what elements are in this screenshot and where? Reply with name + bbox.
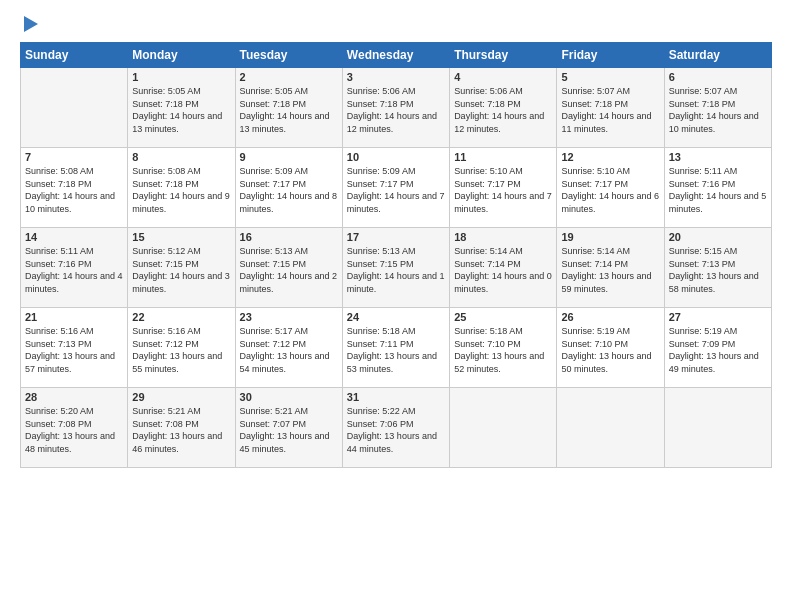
day-number: 6	[669, 71, 767, 83]
day-number: 31	[347, 391, 445, 403]
day-info: Sunrise: 5:07 AMSunset: 7:18 PMDaylight:…	[561, 85, 659, 135]
day-info: Sunrise: 5:22 AMSunset: 7:06 PMDaylight:…	[347, 405, 445, 455]
week-row-1: 1Sunrise: 5:05 AMSunset: 7:18 PMDaylight…	[21, 68, 772, 148]
day-cell: 12Sunrise: 5:10 AMSunset: 7:17 PMDayligh…	[557, 148, 664, 228]
day-cell: 3Sunrise: 5:06 AMSunset: 7:18 PMDaylight…	[342, 68, 449, 148]
day-cell: 22Sunrise: 5:16 AMSunset: 7:12 PMDayligh…	[128, 308, 235, 388]
day-info: Sunrise: 5:10 AMSunset: 7:17 PMDaylight:…	[454, 165, 552, 215]
day-number: 14	[25, 231, 123, 243]
day-number: 23	[240, 311, 338, 323]
day-cell: 27Sunrise: 5:19 AMSunset: 7:09 PMDayligh…	[664, 308, 771, 388]
day-number: 19	[561, 231, 659, 243]
day-number: 11	[454, 151, 552, 163]
day-cell: 28Sunrise: 5:20 AMSunset: 7:08 PMDayligh…	[21, 388, 128, 468]
day-cell: 19Sunrise: 5:14 AMSunset: 7:14 PMDayligh…	[557, 228, 664, 308]
day-number: 30	[240, 391, 338, 403]
day-number: 25	[454, 311, 552, 323]
day-number: 12	[561, 151, 659, 163]
week-row-5: 28Sunrise: 5:20 AMSunset: 7:08 PMDayligh…	[21, 388, 772, 468]
day-cell: 16Sunrise: 5:13 AMSunset: 7:15 PMDayligh…	[235, 228, 342, 308]
day-number: 3	[347, 71, 445, 83]
day-info: Sunrise: 5:12 AMSunset: 7:15 PMDaylight:…	[132, 245, 230, 295]
day-cell: 13Sunrise: 5:11 AMSunset: 7:16 PMDayligh…	[664, 148, 771, 228]
day-number: 1	[132, 71, 230, 83]
day-cell: 15Sunrise: 5:12 AMSunset: 7:15 PMDayligh…	[128, 228, 235, 308]
day-cell: 20Sunrise: 5:15 AMSunset: 7:13 PMDayligh…	[664, 228, 771, 308]
day-number: 16	[240, 231, 338, 243]
weekday-tuesday: Tuesday	[235, 43, 342, 68]
day-cell: 2Sunrise: 5:05 AMSunset: 7:18 PMDaylight…	[235, 68, 342, 148]
day-number: 21	[25, 311, 123, 323]
day-cell: 14Sunrise: 5:11 AMSunset: 7:16 PMDayligh…	[21, 228, 128, 308]
day-number: 10	[347, 151, 445, 163]
day-number: 20	[669, 231, 767, 243]
day-cell	[21, 68, 128, 148]
day-info: Sunrise: 5:05 AMSunset: 7:18 PMDaylight:…	[240, 85, 338, 135]
day-info: Sunrise: 5:11 AMSunset: 7:16 PMDaylight:…	[25, 245, 123, 295]
day-cell: 1Sunrise: 5:05 AMSunset: 7:18 PMDaylight…	[128, 68, 235, 148]
day-info: Sunrise: 5:16 AMSunset: 7:13 PMDaylight:…	[25, 325, 123, 375]
header	[20, 16, 772, 32]
weekday-wednesday: Wednesday	[342, 43, 449, 68]
day-number: 22	[132, 311, 230, 323]
day-number: 29	[132, 391, 230, 403]
weekday-header-row: SundayMondayTuesdayWednesdayThursdayFrid…	[21, 43, 772, 68]
day-cell: 5Sunrise: 5:07 AMSunset: 7:18 PMDaylight…	[557, 68, 664, 148]
day-info: Sunrise: 5:14 AMSunset: 7:14 PMDaylight:…	[561, 245, 659, 295]
day-info: Sunrise: 5:06 AMSunset: 7:18 PMDaylight:…	[454, 85, 552, 135]
weekday-sunday: Sunday	[21, 43, 128, 68]
day-info: Sunrise: 5:13 AMSunset: 7:15 PMDaylight:…	[240, 245, 338, 295]
day-info: Sunrise: 5:16 AMSunset: 7:12 PMDaylight:…	[132, 325, 230, 375]
day-info: Sunrise: 5:18 AMSunset: 7:10 PMDaylight:…	[454, 325, 552, 375]
week-row-4: 21Sunrise: 5:16 AMSunset: 7:13 PMDayligh…	[21, 308, 772, 388]
day-cell: 29Sunrise: 5:21 AMSunset: 7:08 PMDayligh…	[128, 388, 235, 468]
day-info: Sunrise: 5:19 AMSunset: 7:09 PMDaylight:…	[669, 325, 767, 375]
day-cell: 26Sunrise: 5:19 AMSunset: 7:10 PMDayligh…	[557, 308, 664, 388]
day-info: Sunrise: 5:07 AMSunset: 7:18 PMDaylight:…	[669, 85, 767, 135]
day-info: Sunrise: 5:10 AMSunset: 7:17 PMDaylight:…	[561, 165, 659, 215]
weekday-friday: Friday	[557, 43, 664, 68]
day-info: Sunrise: 5:15 AMSunset: 7:13 PMDaylight:…	[669, 245, 767, 295]
day-info: Sunrise: 5:08 AMSunset: 7:18 PMDaylight:…	[132, 165, 230, 215]
day-info: Sunrise: 5:21 AMSunset: 7:08 PMDaylight:…	[132, 405, 230, 455]
day-cell: 21Sunrise: 5:16 AMSunset: 7:13 PMDayligh…	[21, 308, 128, 388]
week-row-2: 7Sunrise: 5:08 AMSunset: 7:18 PMDaylight…	[21, 148, 772, 228]
day-number: 24	[347, 311, 445, 323]
day-number: 15	[132, 231, 230, 243]
day-number: 28	[25, 391, 123, 403]
day-number: 8	[132, 151, 230, 163]
day-info: Sunrise: 5:05 AMSunset: 7:18 PMDaylight:…	[132, 85, 230, 135]
day-number: 13	[669, 151, 767, 163]
day-cell: 7Sunrise: 5:08 AMSunset: 7:18 PMDaylight…	[21, 148, 128, 228]
day-info: Sunrise: 5:08 AMSunset: 7:18 PMDaylight:…	[25, 165, 123, 215]
day-cell	[450, 388, 557, 468]
day-cell: 6Sunrise: 5:07 AMSunset: 7:18 PMDaylight…	[664, 68, 771, 148]
day-cell	[557, 388, 664, 468]
day-cell: 4Sunrise: 5:06 AMSunset: 7:18 PMDaylight…	[450, 68, 557, 148]
day-number: 18	[454, 231, 552, 243]
day-info: Sunrise: 5:13 AMSunset: 7:15 PMDaylight:…	[347, 245, 445, 295]
day-info: Sunrise: 5:09 AMSunset: 7:17 PMDaylight:…	[240, 165, 338, 215]
day-number: 4	[454, 71, 552, 83]
day-cell: 31Sunrise: 5:22 AMSunset: 7:06 PMDayligh…	[342, 388, 449, 468]
day-info: Sunrise: 5:11 AMSunset: 7:16 PMDaylight:…	[669, 165, 767, 215]
page: SundayMondayTuesdayWednesdayThursdayFrid…	[0, 0, 792, 612]
day-number: 7	[25, 151, 123, 163]
day-cell: 18Sunrise: 5:14 AMSunset: 7:14 PMDayligh…	[450, 228, 557, 308]
day-number: 27	[669, 311, 767, 323]
day-cell: 23Sunrise: 5:17 AMSunset: 7:12 PMDayligh…	[235, 308, 342, 388]
day-cell: 9Sunrise: 5:09 AMSunset: 7:17 PMDaylight…	[235, 148, 342, 228]
day-number: 17	[347, 231, 445, 243]
weekday-monday: Monday	[128, 43, 235, 68]
day-cell: 10Sunrise: 5:09 AMSunset: 7:17 PMDayligh…	[342, 148, 449, 228]
day-cell: 24Sunrise: 5:18 AMSunset: 7:11 PMDayligh…	[342, 308, 449, 388]
day-info: Sunrise: 5:19 AMSunset: 7:10 PMDaylight:…	[561, 325, 659, 375]
day-cell	[664, 388, 771, 468]
day-cell: 11Sunrise: 5:10 AMSunset: 7:17 PMDayligh…	[450, 148, 557, 228]
day-info: Sunrise: 5:20 AMSunset: 7:08 PMDaylight:…	[25, 405, 123, 455]
logo-arrow-icon	[24, 16, 38, 32]
day-info: Sunrise: 5:17 AMSunset: 7:12 PMDaylight:…	[240, 325, 338, 375]
weekday-thursday: Thursday	[450, 43, 557, 68]
day-cell: 25Sunrise: 5:18 AMSunset: 7:10 PMDayligh…	[450, 308, 557, 388]
day-cell: 30Sunrise: 5:21 AMSunset: 7:07 PMDayligh…	[235, 388, 342, 468]
